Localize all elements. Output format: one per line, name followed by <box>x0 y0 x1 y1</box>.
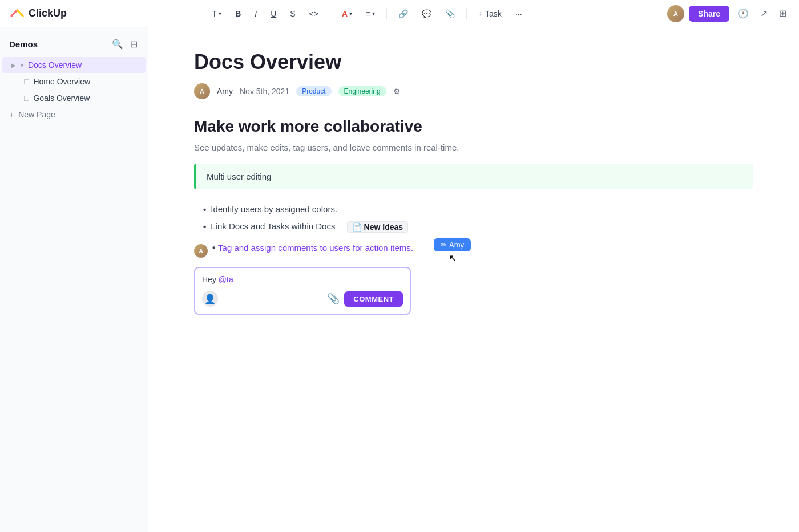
sidebar-title: Demos <box>9 39 38 49</box>
doc-title: Docs Overview <box>194 50 753 74</box>
author-avatar: A <box>194 83 210 99</box>
more-options-btn[interactable]: ··· <box>511 7 527 21</box>
amy-tooltip: ✏ Amy <box>434 238 471 251</box>
settings-meta-icon: ⚙ <box>393 87 401 96</box>
sidebar-item-label: Home Overview <box>33 77 136 86</box>
sidebar-item-label: Docs Overview <box>28 60 136 70</box>
attach-btn[interactable]: 📎 <box>441 7 459 21</box>
tag-engineering[interactable]: Engineering <box>338 86 386 96</box>
share-button[interactable]: Share <box>689 6 729 22</box>
bullet-list: • Identify users by assigned colors. • L… <box>203 201 753 236</box>
bullet-text-2: Link Docs and Tasks within Docs <box>211 221 335 231</box>
document-content: Docs Overview A Amy Nov 5th, 2021 Produc… <box>148 27 799 532</box>
new-page-label: New Page <box>18 110 55 119</box>
link-btn[interactable]: 🔗 <box>394 7 413 21</box>
layout-button[interactable]: ⊞ <box>776 6 790 21</box>
comment-footer: 👤 📎 COMMENT <box>202 291 403 307</box>
comment-input-text: Hey @ta <box>202 275 403 284</box>
section-subheading: See updates, make edits, tag users, and … <box>194 143 753 152</box>
italic-btn[interactable]: I <box>250 7 261 21</box>
toolbar-divider-3 <box>466 8 467 19</box>
commenter-avatar: A <box>194 244 208 258</box>
doc-date: Nov 5th, 2021 <box>240 87 289 96</box>
comment-box: Hey @ta 👤 📎 COMMENT <box>194 267 411 315</box>
bullet-dot: • <box>203 222 206 232</box>
text-format-btn[interactable]: T ▾ <box>208 7 227 21</box>
doc-meta: A Amy Nov 5th, 2021 Product Engineering … <box>194 83 753 99</box>
align-btn[interactable]: ≡ ▾ <box>361 7 380 21</box>
comment-submit-button[interactable]: COMMENT <box>344 291 403 307</box>
comment-btn[interactable]: 💬 <box>417 7 436 21</box>
add-task-btn[interactable]: + Task <box>474 7 506 21</box>
doc-icon: ▪ <box>21 60 23 70</box>
doc-link-chip[interactable]: 📄 New Ideas <box>347 221 408 233</box>
toolbar-logo-area: ClickUp <box>9 6 67 22</box>
user-avatar: A <box>667 5 684 22</box>
sidebar-header: Demos 🔍 ⊟ <box>0 34 148 56</box>
user-silhouette-icon: 👤 <box>204 294 216 304</box>
sidebar-item-goals-overview[interactable]: □ Goals Overview <box>2 90 146 106</box>
strikethrough-btn[interactable]: S <box>285 7 300 21</box>
toolbar-divider-1 <box>330 8 330 19</box>
underline-btn[interactable]: U <box>266 7 281 21</box>
color-btn[interactable]: A ▾ <box>337 7 357 21</box>
tagged-comment-row: A • Tag and assign comments to users for… <box>194 243 753 258</box>
at-mention: @ta <box>219 275 233 284</box>
app-logo: ClickUp <box>9 6 67 22</box>
sidebar-search-button[interactable]: 🔍 <box>111 38 124 51</box>
comment-actions: 📎 COMMENT <box>327 291 403 307</box>
app-name: ClickUp <box>29 7 67 19</box>
doc-link-icon: 📄 <box>352 222 362 232</box>
tagged-bullet-content: • Tag and assign comments to users for a… <box>212 243 413 253</box>
code-btn[interactable]: <> <box>305 7 323 21</box>
page-icon: □ <box>24 77 29 86</box>
toolbar: ClickUp T ▾ B I U S <> A ▾ ≡ ▾ 🔗 💬 📎 + T… <box>0 0 799 27</box>
sidebar-item-home-overview[interactable]: □ Home Overview <box>2 74 146 90</box>
attach-file-button[interactable]: 📎 <box>327 293 340 305</box>
bold-btn[interactable]: B <box>231 7 245 21</box>
sidebar: Demos 🔍 ⊟ ▶ ▪ Docs Overview □ Home Overv… <box>0 27 148 532</box>
arrow-icon: ▶ <box>11 62 16 68</box>
history-button[interactable]: 🕐 <box>734 6 752 21</box>
section-heading: Make work more collaborative <box>194 117 753 136</box>
bullet-text-1: Identify users by assigned colors. <box>211 204 337 214</box>
cursor-icon: ↖ <box>449 252 457 265</box>
sidebar-collapse-button[interactable]: ⊟ <box>129 38 139 51</box>
commenter-user-avatar: 👤 <box>202 291 218 307</box>
clickup-logo-icon <box>9 6 25 22</box>
plus-icon: + <box>9 110 14 119</box>
chevron-down-icon: ▾ <box>349 10 352 17</box>
toolbar-right: A Share 🕐 ↗ ⊞ <box>667 5 790 22</box>
callout-text: Multi user editing <box>207 172 271 181</box>
bullet-dot: • <box>212 243 216 253</box>
toolbar-center: T ▾ B I U S <> A ▾ ≡ ▾ 🔗 💬 📎 + Task ··· <box>208 7 527 21</box>
author-name: Amy <box>217 87 233 96</box>
tooltip-name: Amy <box>449 241 464 249</box>
pencil-icon: ✏ <box>441 241 447 249</box>
sidebar-actions: 🔍 ⊟ <box>111 38 139 51</box>
bullet-item-1: • Identify users by assigned colors. <box>203 201 753 218</box>
tagged-text: Tag and assign comments to users for act… <box>218 243 413 253</box>
callout-block: Multi user editing <box>194 164 753 189</box>
main-layout: Demos 🔍 ⊟ ▶ ▪ Docs Overview □ Home Overv… <box>0 27 799 532</box>
bullet-dot: • <box>203 205 206 214</box>
sidebar-item-label: Goals Overview <box>33 94 136 103</box>
doc-link-label: New Ideas <box>364 222 403 232</box>
bullet-item-2: • Link Docs and Tasks within Docs 📄 New … <box>203 218 753 236</box>
sidebar-item-docs-overview[interactable]: ▶ ▪ Docs Overview <box>2 57 146 73</box>
new-page-item[interactable]: + New Page <box>0 107 148 123</box>
toolbar-divider-2 <box>386 8 387 19</box>
chevron-down-icon: ▾ <box>219 10 221 17</box>
chevron-down-icon: ▾ <box>372 10 375 17</box>
tag-product[interactable]: Product <box>296 86 331 96</box>
expand-button[interactable]: ↗ <box>757 6 771 21</box>
page-icon: □ <box>24 94 29 103</box>
